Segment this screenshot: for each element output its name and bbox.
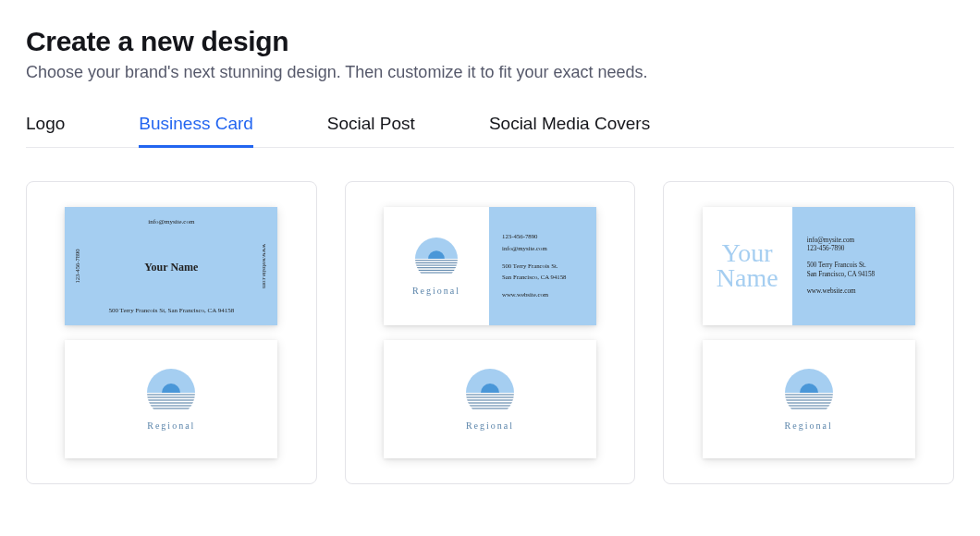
template-card-3[interactable]: Your Name info@mysite.com 123-456-7890 5…: [663, 181, 954, 484]
card1-brand: Regional: [147, 420, 195, 431]
card3-addr1: 500 Terry Francois St.: [807, 262, 915, 271]
card1-front: info@mysite.com 123-456-7890 Your Name w…: [65, 207, 277, 325]
card2-website: www.website.com: [502, 291, 596, 299]
card3-name: Your Name: [717, 241, 778, 290]
tab-social-media-covers[interactable]: Social Media Covers: [489, 114, 650, 147]
card1-name: Your Name: [65, 261, 277, 274]
card2-addr1: 500 Terry Francois St.: [502, 262, 596, 271]
card2-front: Regional 123-456-7890 info@mysite.com 50…: [384, 207, 596, 325]
tab-logo[interactable]: Logo: [26, 114, 65, 147]
card2-back: Regional: [384, 340, 596, 458]
card2-addr2: San Francisco, CA 94158: [502, 274, 596, 282]
card3-addr2: San Francisco, CA 94158: [807, 271, 915, 280]
regional-logo-icon: [415, 238, 458, 280]
page-subtitle: Choose your brand's next stunning design…: [26, 63, 954, 82]
template-card-1[interactable]: info@mysite.com 123-456-7890 Your Name w…: [26, 181, 317, 484]
card1-back: Regional: [65, 340, 277, 458]
card3-email: info@mysite.com: [807, 237, 915, 246]
card1-address: 500 Terry Francois St, San Francisco, CA…: [65, 307, 277, 314]
card1-email: info@mysite.com: [65, 218, 277, 225]
template-grid: info@mysite.com 123-456-7890 Your Name w…: [26, 181, 954, 484]
card3-back: Regional: [703, 340, 915, 458]
tabs-bar: Logo Business Card Social Post Social Me…: [26, 114, 954, 148]
card2-brand-back: Regional: [466, 420, 514, 431]
card2-brand: Regional: [412, 286, 460, 296]
card3-brand-back: Regional: [785, 420, 833, 431]
card3-name-line1: Your: [717, 241, 778, 266]
page-title: Create a new design: [26, 26, 954, 57]
card3-front: Your Name info@mysite.com 123-456-7890 5…: [703, 207, 915, 325]
regional-logo-icon: [785, 369, 833, 417]
tab-business-card[interactable]: Business Card: [139, 114, 253, 147]
card2-email: info@mysite.com: [502, 245, 596, 253]
card3-phone: 123-456-7890: [807, 245, 915, 254]
card3-website: www.website.com: [807, 287, 915, 297]
regional-logo-icon: [466, 369, 514, 417]
card3-name-line2: Name: [717, 266, 778, 291]
template-card-2[interactable]: Regional 123-456-7890 info@mysite.com 50…: [345, 181, 636, 484]
card1-website: www.website.com: [262, 244, 268, 288]
card2-phone: 123-456-7890: [502, 233, 596, 241]
regional-logo-icon: [147, 369, 195, 417]
tab-social-post[interactable]: Social Post: [327, 114, 415, 147]
